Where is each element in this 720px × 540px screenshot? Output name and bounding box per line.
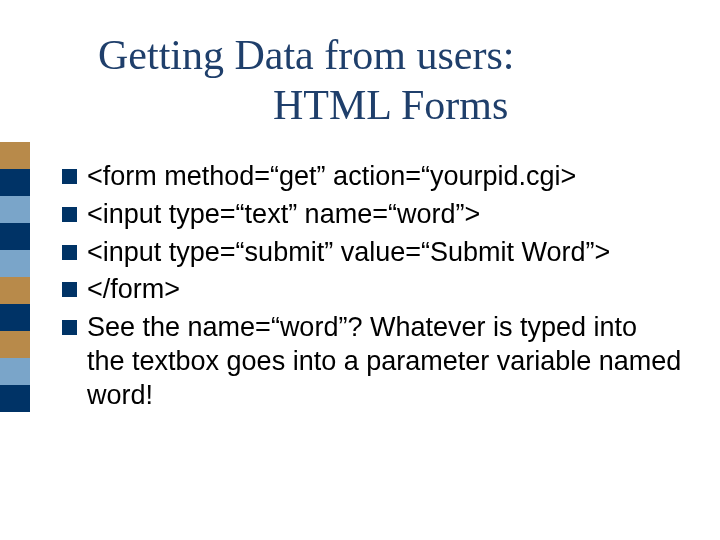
sidebar-block — [0, 142, 30, 169]
bullet-square-icon — [62, 245, 77, 260]
bullet-square-icon — [62, 282, 77, 297]
list-item: </form> — [62, 273, 682, 307]
bullet-list: <form method=“get” action=“yourpid.cgi> … — [62, 160, 682, 416]
slide-title: Getting Data from users: HTML Forms — [98, 30, 668, 131]
sidebar-block — [0, 331, 30, 358]
list-item: <input type=“text” name=“word”> — [62, 198, 682, 232]
sidebar-block — [0, 277, 30, 304]
title-line1: Getting Data from users: — [98, 32, 514, 78]
sidebar-block — [0, 358, 30, 385]
bullet-text: <input type=“submit” value=“Submit Word”… — [87, 236, 610, 270]
bullet-square-icon — [62, 320, 77, 335]
bullet-text: </form> — [87, 273, 180, 307]
bullet-text: See the name=“word”? Whatever is typed i… — [87, 311, 682, 412]
sidebar-block — [0, 196, 30, 223]
sidebar-block — [0, 169, 30, 196]
sidebar-block — [0, 250, 30, 277]
title-line2: HTML Forms — [98, 80, 668, 130]
list-item: <input type=“submit” value=“Submit Word”… — [62, 236, 682, 270]
sidebar-block — [0, 385, 30, 412]
sidebar-block — [0, 223, 30, 250]
list-item: <form method=“get” action=“yourpid.cgi> — [62, 160, 682, 194]
bullet-square-icon — [62, 169, 77, 184]
sidebar-decoration — [0, 142, 30, 412]
sidebar-block — [0, 304, 30, 331]
bullet-text: <input type=“text” name=“word”> — [87, 198, 480, 232]
list-item: See the name=“word”? Whatever is typed i… — [62, 311, 682, 412]
bullet-text: <form method=“get” action=“yourpid.cgi> — [87, 160, 576, 194]
bullet-square-icon — [62, 207, 77, 222]
